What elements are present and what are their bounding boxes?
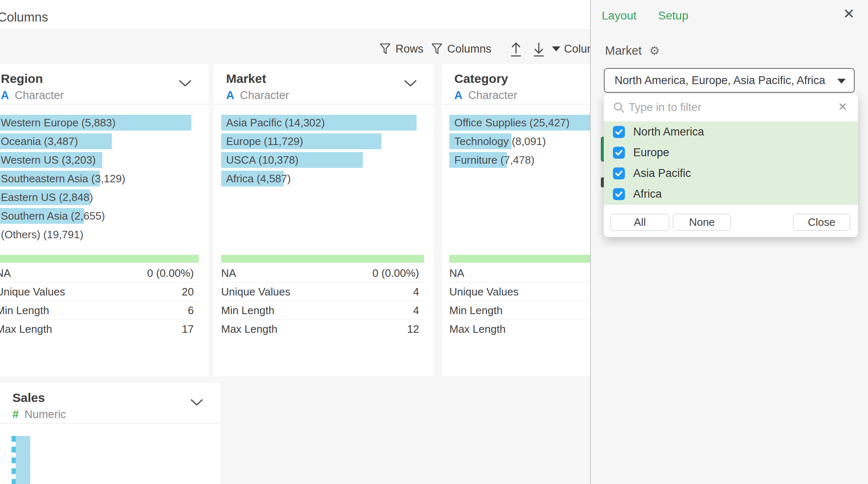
stat-label: NA [449, 267, 464, 280]
filter-option-label: Africa [633, 188, 662, 201]
bar-row[interactable]: USCA (10,378) [221, 152, 417, 168]
column-type-label: Character [15, 89, 64, 102]
settings-panel: Layout Setup ✕ Market ⚙ North America, E… [590, 0, 868, 484]
stat-label: Min Length [449, 304, 503, 317]
checkbox-checked-icon[interactable] [613, 126, 625, 138]
filter-option-label: Asia Pacific [633, 167, 691, 180]
filter-popup: ✕ North America Europe Asia Pacific Afri… [604, 94, 858, 237]
clear-search-icon[interactable]: ✕ [838, 100, 847, 114]
bar-label: Eastern US (2,848) [1, 189, 93, 205]
column-title: Sales [12, 391, 45, 405]
filter-field-label: Market [605, 44, 642, 58]
bar-label: Africa (4,587) [226, 171, 291, 186]
none-button[interactable]: None [673, 214, 731, 231]
checkbox-checked-icon[interactable] [613, 188, 625, 200]
arrow-down-underline-icon [531, 40, 546, 58]
search-input[interactable] [629, 97, 827, 118]
bar-row[interactable]: Africa (4,587) [221, 171, 417, 186]
character-type-icon: A [226, 89, 234, 102]
bar-label: Oceania (3,487) [1, 133, 78, 149]
bar-label: Furniture (7,478) [454, 152, 535, 168]
stat-row: NA 0 (0.00%) [0, 264, 199, 283]
tab-setup[interactable]: Setup [658, 9, 688, 22]
histogram-bar[interactable] [12, 436, 30, 484]
bar-row[interactable]: Western US (3,203) [0, 152, 191, 168]
bar-row[interactable]: Asia Pacific (14,302) [221, 115, 417, 131]
bar-label: Southern Asia (2,655) [1, 208, 105, 224]
character-type-icon: A [454, 89, 463, 102]
filter-option-africa[interactable]: Africa [604, 184, 858, 204]
caret-down-icon [837, 79, 846, 84]
column-card-market: Market ACharacter Asia Pacific (14,302) … [214, 64, 434, 376]
stats-table: NA 0 (0.00%) Unique Values 4 Min Length … [221, 255, 424, 339]
checkbox-checked-icon[interactable] [613, 147, 625, 159]
valid-values-bar [0, 255, 199, 263]
tab-layout[interactable]: Layout [602, 9, 637, 22]
stat-value: 17 [182, 323, 199, 336]
filter-rows-button[interactable]: Rows [380, 39, 424, 59]
arrow-up-underline-icon [509, 40, 523, 58]
popup-footer: All None Close [604, 204, 858, 237]
stat-value: 20 [182, 286, 199, 298]
stat-row: Unique Values 4 [221, 283, 424, 301]
move-down-button[interactable] [531, 39, 560, 59]
chevron-down-icon[interactable] [190, 399, 203, 406]
chevron-down-icon[interactable] [404, 80, 417, 87]
market-filter-dropdown[interactable]: North America, Europe, Asia Pacific, Afr… [604, 68, 855, 93]
caret-down-icon [552, 46, 560, 51]
stat-label: Unique Values [221, 286, 290, 298]
bar-row[interactable]: Southern Asia (2,655) [0, 208, 191, 224]
bar-row[interactable]: Europe (11,729) [221, 133, 417, 149]
bar-label: USCA (10,378) [226, 152, 299, 168]
bar-row[interactable]: (Others) (19,791) [0, 227, 191, 242]
column-type-label: Character [468, 89, 518, 102]
funnel-icon [432, 43, 442, 55]
bar-label: Southeastern Asia (3,129) [1, 171, 125, 186]
close-button[interactable]: Close [793, 214, 850, 231]
funnel-icon [380, 43, 391, 55]
checkbox-checked-icon[interactable] [613, 167, 625, 179]
all-button[interactable]: All [610, 214, 669, 231]
valid-values-bar [221, 255, 424, 263]
column-type-label: Character [240, 89, 289, 102]
column-title: Region [1, 72, 43, 86]
bar-label: Office Supplies (25,427) [454, 115, 569, 131]
filter-option-north-america[interactable]: North America [604, 121, 858, 142]
stat-value: 6 [188, 304, 199, 317]
popup-search-row: ✕ [604, 94, 858, 121]
panel-tabs: Layout Setup [602, 9, 688, 22]
bar-label: Western US (3,203) [1, 152, 96, 168]
divider [0, 423, 220, 424]
close-icon[interactable]: ✕ [843, 7, 855, 21]
bar-row[interactable]: Oceania (3,487) [0, 133, 191, 149]
bar-label: Europe (11,729) [226, 133, 303, 149]
stat-label: Max Length [449, 323, 506, 336]
stat-label: Max Length [221, 323, 277, 336]
stat-row: Max Length 12 [221, 320, 424, 339]
filter-option-asia-pacific[interactable]: Asia Pacific [604, 163, 858, 184]
chevron-down-icon[interactable] [179, 80, 191, 87]
search-icon [613, 102, 625, 114]
gear-icon[interactable]: ⚙ [649, 45, 660, 57]
column-type: #Numeric [12, 408, 66, 421]
bar-row[interactable]: Eastern US (2,848) [0, 189, 191, 205]
stats-table: NA 0 (0.00%) Unique Values 20 Min Length… [0, 255, 199, 339]
stat-label: NA [0, 267, 11, 280]
stat-row: Min Length 4 [221, 301, 424, 320]
filter-option-europe[interactable]: Europe [604, 142, 858, 163]
stat-value: 0 (0.00%) [147, 267, 199, 280]
stat-value: 4 [413, 304, 424, 317]
filter-columns-button[interactable]: Columns [432, 39, 492, 59]
bar-row[interactable]: Western Europe (5,883) [0, 115, 191, 131]
stat-value: 0 (0.00%) [372, 267, 424, 280]
dropdown-value: North America, Europe, Asia Pacific, Afr… [615, 69, 825, 92]
column-card-sales: Sales #Numeric [0, 383, 220, 484]
bar-chart: Western Europe (5,883) Oceania (3,487) W… [0, 115, 191, 245]
move-up-button[interactable] [509, 39, 523, 59]
bar-row[interactable]: Southeastern Asia (3,129) [0, 171, 191, 186]
filter-rows-label: Rows [395, 43, 424, 56]
stat-label: Min Length [0, 304, 49, 317]
column-card-region: Region ACharacter Western Europe (5,883)… [0, 64, 209, 376]
app-root: Columns Rows Columns [0, 0, 868, 484]
bar-label: Asia Pacific (14,302) [226, 115, 325, 131]
